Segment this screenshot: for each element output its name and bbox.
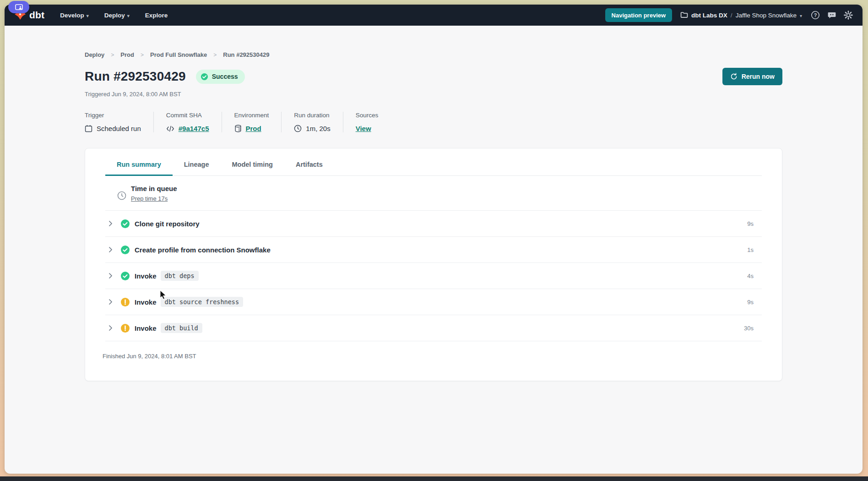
run-step-row[interactable]: Invoke dbt source freshness 9s xyxy=(105,289,762,315)
breadcrumb-deploy[interactable]: Deploy xyxy=(85,51,104,58)
success-check-icon xyxy=(201,73,208,81)
status-warning-icon xyxy=(121,324,130,333)
time-in-queue-row: Time in queue Prep time 17s xyxy=(105,176,762,211)
queue-clock-icon xyxy=(117,191,126,202)
command-chip: dbt source freshness xyxy=(161,297,244,307)
step-duration: 4s xyxy=(747,273,762,279)
status-success-icon xyxy=(121,246,130,254)
breadcrumb-separator: > xyxy=(141,52,144,58)
breadcrumb-run: Run #292530429 xyxy=(223,51,269,58)
meta-commit-sha: Commit SHA #9a147c5 xyxy=(154,112,222,132)
step-duration: 30s xyxy=(744,325,762,332)
queue-title: Time in queue xyxy=(131,185,177,192)
commit-sha-link[interactable]: #9a147c5 xyxy=(179,125,209,132)
chevron-right-icon[interactable] xyxy=(108,325,114,331)
desktop-edge-strip xyxy=(0,476,868,481)
chevron-right-icon[interactable] xyxy=(108,273,114,279)
meta-run-duration: Run duration 1m, 20s xyxy=(282,112,342,132)
project-switcher[interactable]: dbt Labs DX / Jaffle Shop Snowflake ▾ xyxy=(680,11,802,20)
tab-model-timing[interactable]: Model timing xyxy=(221,161,284,176)
main-nav: Develop ▾ Deploy ▾ Explore xyxy=(60,12,168,19)
folder-icon xyxy=(680,11,688,20)
mouse-cursor xyxy=(159,290,168,302)
command-chip: dbt deps xyxy=(161,271,199,281)
meta-environment: Environment Prod xyxy=(222,112,282,132)
tab-run-summary[interactable]: Run summary xyxy=(105,161,173,176)
step-duration: 9s xyxy=(747,299,762,306)
chevron-down-icon: ▾ xyxy=(800,13,802,18)
settings-gear-icon[interactable] xyxy=(843,10,853,20)
run-summary-card: Run summary Lineage Model timing Artifac… xyxy=(85,148,782,381)
finished-timestamp: Finished Jun 9, 2024, 8:01 AM BST xyxy=(103,341,762,373)
meta-trigger: Trigger Scheduled run xyxy=(85,112,153,132)
tab-lineage[interactable]: Lineage xyxy=(173,161,221,176)
app-window: dbt Develop ▾ Deploy ▾ Explore Navigatio… xyxy=(5,5,863,474)
nav-item-develop[interactable]: Develop ▾ xyxy=(60,12,89,19)
rerun-now-button[interactable]: Rerun now xyxy=(722,68,782,85)
status-success-icon xyxy=(121,272,130,280)
breadcrumb-separator: > xyxy=(111,52,114,58)
chevron-right-icon[interactable] xyxy=(108,247,114,252)
nav-item-deploy[interactable]: Deploy ▾ xyxy=(104,12,130,19)
run-step-row[interactable]: Invoke dbt build 30s xyxy=(105,315,762,341)
chevron-right-icon[interactable] xyxy=(108,221,114,226)
run-metadata: Trigger Scheduled run Commit SHA xyxy=(85,112,782,132)
run-step-row[interactable]: Invoke dbt deps 4s xyxy=(105,263,762,289)
status-success-icon xyxy=(121,219,130,228)
help-icon[interactable]: ? xyxy=(810,10,820,20)
status-badge: Success xyxy=(196,70,245,84)
step-duration: 1s xyxy=(747,246,762,253)
breadcrumb-prod[interactable]: Prod xyxy=(120,51,134,58)
rerun-refresh-icon xyxy=(730,73,738,80)
dbt-logo-text: dbt xyxy=(29,10,44,21)
feedback-icon[interactable] xyxy=(827,10,837,20)
page-title: Run #292530429 xyxy=(85,69,186,84)
meta-sources: Sources View xyxy=(343,112,391,132)
sources-view-link[interactable]: View xyxy=(356,125,371,132)
code-icon xyxy=(166,126,174,132)
screen-share-badge[interactable] xyxy=(8,1,29,13)
prep-time-link[interactable]: Prep time 17s xyxy=(131,195,168,202)
calendar-icon xyxy=(85,125,92,132)
project-name: Jaffle Shop Snowflake xyxy=(736,12,797,19)
svg-text:?: ? xyxy=(814,12,817,18)
top-navbar: dbt Develop ▾ Deploy ▾ Explore Navigatio… xyxy=(5,5,863,26)
triggered-timestamp: Triggered Jun 9, 2024, 8:00 AM BST xyxy=(85,91,782,98)
navigation-preview-button[interactable]: Navigation preview xyxy=(605,8,672,22)
chevron-right-icon[interactable] xyxy=(108,299,114,305)
account-name: dbt Labs DX xyxy=(691,12,727,19)
clock-icon xyxy=(294,125,302,132)
tab-artifacts[interactable]: Artifacts xyxy=(284,161,334,176)
step-duration: 9s xyxy=(747,220,762,227)
status-warning-icon xyxy=(121,298,130,306)
chevron-down-icon: ▾ xyxy=(127,13,130,18)
breadcrumb-job[interactable]: Prod Full Snowflake xyxy=(150,51,207,58)
command-chip: dbt build xyxy=(161,323,202,333)
tab-bar: Run summary Lineage Model timing Artifac… xyxy=(105,148,762,176)
chevron-down-icon: ▾ xyxy=(87,13,89,18)
environment-link[interactable]: Prod xyxy=(246,125,261,132)
breadcrumb-separator: > xyxy=(213,52,217,58)
environment-icon xyxy=(234,125,242,132)
screen-share-icon xyxy=(15,4,23,11)
run-step-row[interactable]: Clone git repository 9s xyxy=(105,211,762,237)
nav-item-explore[interactable]: Explore xyxy=(145,12,168,19)
run-step-row[interactable]: Create profile from connection Snowflake… xyxy=(105,237,762,263)
breadcrumb: Deploy > Prod > Prod Full Snowflake > Ru… xyxy=(85,51,782,58)
